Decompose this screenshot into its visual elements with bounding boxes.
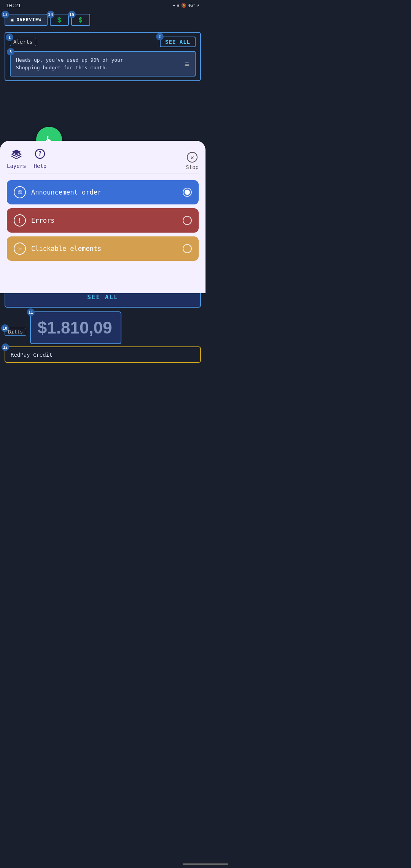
clickable-icon: ☞ [18,245,22,253]
redpay-text: RedPay Credit [11,352,53,358]
errors-icon: ! [18,217,22,225]
status-bar: 10:21 ⌁ ⊖ 🔕 4G⁺ ⚡ [0,0,206,11]
alert-message: 3 Heads up, you've used up 90% of yourSh… [10,51,196,77]
layer-announcement[interactable]: ① Announcement order [7,180,199,204]
clickable-icon-wrap: ☞ [14,243,26,255]
panel-tab-layers-label: Layers [7,163,26,169]
see-all-badge: 2 [156,33,164,40]
bills-badge-10: 10 [1,324,9,332]
see-all-card-text: SEE ALL [87,294,118,301]
tab-dollar2-badge: 15 [68,11,76,18]
dollar2-icon: 💲 [77,17,84,23]
errors-label: Errors [31,217,183,224]
layer-clickable[interactable]: ☞ Clickable elements [7,236,199,261]
svg-text:?: ? [38,150,42,157]
bills-amount-text: $1.810,09 [38,318,112,337]
bluetooth-icon: ⌁ [173,3,175,8]
minus-circle-icon: ⊖ [177,3,180,8]
status-time: 10:21 [6,3,21,8]
announcement-icon: ① [18,189,22,195]
bell-off-icon: 🔕 [181,3,186,8]
tab-bar: 13 ▣ OVERVIEW 14 💲 15 💲 [5,14,201,26]
stop-label: Stop [186,164,199,170]
tab-overview-badge: 13 [2,11,9,18]
stop-x-icon: ✕ [187,152,198,163]
overview-icon: ▣ [11,17,14,23]
announcement-icon-wrap: ① [14,186,26,198]
dollar1-icon: 💲 [56,17,63,23]
errors-radio[interactable] [183,216,192,225]
panel-tab-help-label: Help [34,163,47,169]
app-content: 13 ▣ OVERVIEW 14 💲 15 💲 1 Alerts 2 SEE A… [0,11,206,89]
layers-icon [11,148,22,161]
alert-menu-icon[interactable]: ≡ [185,59,190,69]
panel-stop[interactable]: ✕ Stop [186,152,199,170]
clickable-label: Clickable elements [31,245,183,252]
layer-errors[interactable]: ! Errors [7,208,199,233]
tab-overview-label: OVERVIEW [16,17,41,22]
alert-message-badge: 3 [7,48,14,56]
status-icons: ⌁ ⊖ 🔕 4G⁺ ⚡ [173,3,199,8]
tab-overview[interactable]: 13 ▣ OVERVIEW [5,14,48,26]
panel-tabs: Layers ? Help ✕ Stop [7,148,199,174]
tab-dollar-1[interactable]: 14 💲 [50,14,69,26]
redpay-badge-12: 12 [2,343,9,351]
bills-label: 10 Bills [5,328,26,336]
bills-badge-11: 11 [27,308,35,316]
bills-section: 10 Bills 11 $1.810,09 12 RedPay Credit [5,311,201,363]
alerts-section: 1 Alerts 2 SEE ALL 3 Heads up, you've us… [5,32,201,81]
alert-text: Heads up, you've used up 90% of yourShop… [16,56,181,71]
redpay-card: 12 RedPay Credit [5,346,201,363]
bills-amount-card: 11 $1.810,09 [30,311,121,344]
tab-dollar1-badge: 14 [47,11,54,18]
announcement-label: Announcement order [31,188,183,196]
bottom-panel: Layers ? Help ✕ Stop ① Announcement orde… [0,141,206,293]
clickable-radio[interactable] [183,244,192,253]
alerts-title: 1 Alerts [10,38,36,46]
panel-tab-layers[interactable]: Layers [7,148,34,174]
errors-icon-wrap: ! [14,214,26,227]
alerts-badge: 1 [6,34,13,41]
battery-icon: ⚡ [197,3,199,8]
alerts-header: 1 Alerts 2 SEE ALL [10,37,196,47]
tab-dollar-2[interactable]: 15 💲 [71,14,90,26]
panel-divider [7,174,199,174]
announcement-radio[interactable] [183,188,192,197]
signal-icon: 4G⁺ [188,3,196,8]
help-icon: ? [35,148,45,161]
see-all-button[interactable]: 2 SEE ALL [160,37,196,47]
panel-tab-help[interactable]: ? Help [34,148,54,174]
